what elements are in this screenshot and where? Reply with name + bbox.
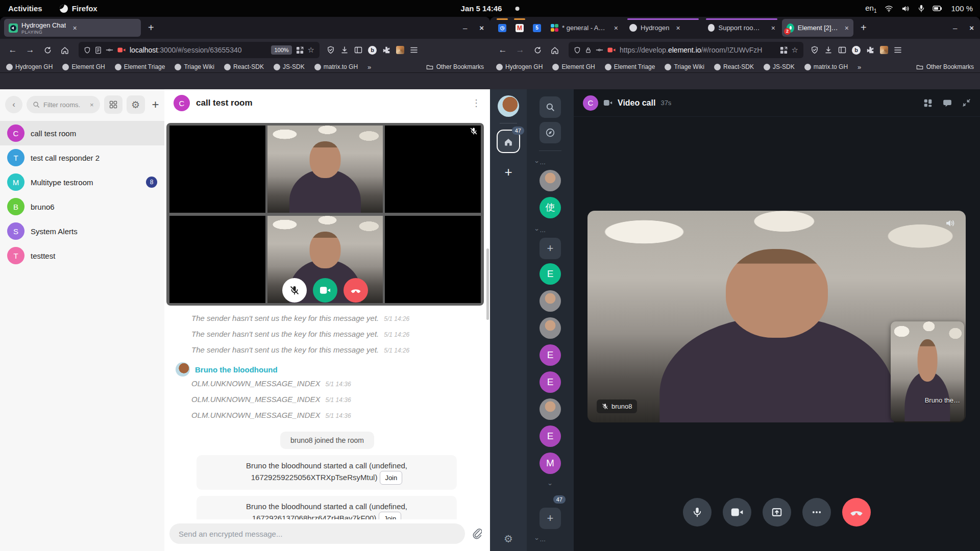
room-avatar-photo[interactable] <box>540 290 561 312</box>
bookmark-element-triage[interactable]: Element Triage <box>115 63 165 70</box>
tab-close-icon[interactable]: × <box>771 24 775 32</box>
account-icon[interactable]: b <box>368 46 377 55</box>
user-avatar[interactable] <box>498 95 519 117</box>
bookmark-triage-wiki[interactable]: Triage Wiki <box>665 63 704 70</box>
tab-element-call[interactable]: 2 Element [2] | call × <box>782 19 853 37</box>
chat-bubble-icon[interactable] <box>943 98 952 108</box>
forward-button[interactable]: → <box>511 42 529 58</box>
home-button[interactable] <box>56 42 74 58</box>
reload-button[interactable] <box>529 42 546 58</box>
sidebar-icon[interactable] <box>354 46 362 54</box>
room-avatar-e[interactable]: E <box>540 344 561 366</box>
search-button[interactable] <box>540 96 561 118</box>
bookmark-star-icon[interactable]: ☆ <box>792 45 798 55</box>
tab-support-room[interactable]: Support room ver × <box>703 19 780 37</box>
add-room-button[interactable]: + <box>149 97 162 112</box>
window-close-button[interactable]: × <box>969 23 974 32</box>
other-bookmarks-button[interactable]: Other Bookmarks <box>916 63 974 70</box>
sidebar-icon[interactable] <box>838 46 846 54</box>
screenshare-button[interactable] <box>763 498 791 527</box>
filter-rooms-field[interactable]: × <box>27 96 100 113</box>
bookmark-hydrogen-gh[interactable]: Hydrogen GH <box>496 63 543 70</box>
more-options-button[interactable] <box>802 498 831 527</box>
room-item-testtest[interactable]: T testtest <box>0 243 164 268</box>
filter-rooms-input[interactable] <box>43 101 86 109</box>
page-info-icon[interactable] <box>95 46 102 54</box>
reload-button[interactable] <box>39 42 56 58</box>
new-tab-button[interactable]: + <box>855 22 872 34</box>
mic-button[interactable] <box>683 498 712 527</box>
bookmarks-overflow-button[interactable]: » <box>368 63 371 71</box>
sender-name[interactable]: Bruno the bloodhound <box>195 365 278 374</box>
home-button[interactable] <box>546 42 564 58</box>
url-bar[interactable]: localhost:3000/#/session/63655340 100% ☆ <box>79 42 320 58</box>
window-close-button[interactable]: × <box>479 23 484 32</box>
camera-toggle-button[interactable] <box>313 278 337 303</box>
room-avatar-cjk[interactable]: 使 <box>540 197 561 218</box>
section-header-collapsed[interactable]: ›… <box>527 226 546 234</box>
pip-icon[interactable] <box>780 46 788 54</box>
tab-close-icon[interactable]: × <box>676 24 680 32</box>
room-avatar-photo[interactable] <box>540 398 561 420</box>
window-minimize-button[interactable]: – <box>463 23 467 32</box>
bookmark-element-gh[interactable]: Element GH <box>552 63 595 70</box>
sender-avatar[interactable] <box>176 362 190 377</box>
window-minimize-button[interactable]: – <box>953 23 957 32</box>
create-space-button[interactable]: + <box>504 164 512 180</box>
downloads-icon[interactable] <box>340 46 349 54</box>
attachment-paperclip-icon[interactable] <box>472 528 482 539</box>
tab-close-icon[interactable]: × <box>614 24 618 32</box>
tab-hydrogen-chat[interactable]: Hydrogen Chat PLAYING × <box>4 19 141 37</box>
unmute-mic-button[interactable] <box>282 278 307 303</box>
pip-icon[interactable] <box>296 46 304 54</box>
bookmark-react-sdk[interactable]: React-SDK <box>224 63 264 70</box>
pinned-tab-gmail[interactable]: M <box>511 19 528 37</box>
settings-gear-button[interactable]: ⚙ <box>127 95 145 114</box>
bookmark-js-sdk[interactable]: JS-SDK <box>764 63 795 70</box>
hangup-button[interactable] <box>344 278 368 303</box>
room-avatar-e[interactable]: E <box>540 371 561 393</box>
camera-in-use-icon[interactable] <box>607 47 616 53</box>
composer-input[interactable] <box>179 530 456 538</box>
other-bookmarks-button[interactable]: Other Bookmarks <box>426 63 484 70</box>
bookmark-star-icon[interactable]: ☆ <box>308 45 314 55</box>
downloads-icon[interactable] <box>824 46 832 54</box>
tab-hydrogen-gh[interactable]: Hydrogen × <box>625 19 701 37</box>
grid-view-button[interactable] <box>104 95 122 114</box>
bookmark-matrixto-gh[interactable]: matrix.to GH <box>314 63 358 70</box>
home-space-button[interactable]: 47 <box>497 130 520 153</box>
lock-icon[interactable] <box>585 46 592 54</box>
new-tab-button[interactable]: + <box>143 22 159 34</box>
menu-hamburger-icon[interactable] <box>894 46 902 54</box>
room-avatar-m[interactable]: M <box>540 453 561 474</box>
camera-button[interactable] <box>723 498 751 527</box>
section-header-collapsed[interactable]: ›… <box>527 158 546 166</box>
room-avatar-photo[interactable] <box>540 317 561 339</box>
bookmark-hydrogen-gh[interactable]: Hydrogen GH <box>6 63 53 70</box>
bookmarks-overflow-button[interactable]: » <box>857 63 861 71</box>
extensions-puzzle-icon[interactable] <box>866 46 874 54</box>
room-item-multitype-testroom[interactable]: M Multitype testroom 8 <box>0 170 164 194</box>
clear-filter-icon[interactable]: × <box>90 101 94 109</box>
chevron-down-icon[interactable]: › <box>547 483 554 485</box>
custom-extension-icon[interactable] <box>396 46 404 54</box>
pinned-tab-calendar[interactable]: ◷ <box>494 19 510 37</box>
pinned-tab-calendar-5[interactable]: 5 <box>529 19 545 37</box>
tab-close-icon[interactable]: × <box>72 24 77 32</box>
room-options-kebab-icon[interactable]: ⋮ <box>472 97 481 109</box>
bookmark-matrixto-gh[interactable]: matrix.to GH <box>804 63 848 70</box>
tab-close-icon[interactable]: × <box>845 24 849 32</box>
tab-audio-status[interactable]: PLAYING <box>21 30 66 35</box>
add-room-button[interactable]: + <box>540 508 561 529</box>
connection-icon[interactable] <box>106 47 113 53</box>
connection-icon[interactable] <box>596 47 603 53</box>
main-video-feed[interactable]: bruno8 Bruno the… <box>587 211 966 422</box>
volume-icon[interactable] <box>945 219 955 228</box>
bookmark-element-triage[interactable]: Element Triage <box>605 63 655 70</box>
system-indicators[interactable]: en1 100 % <box>865 4 980 14</box>
bookmark-js-sdk[interactable]: JS-SDK <box>274 63 305 70</box>
menu-hamburger-icon[interactable] <box>410 46 418 54</box>
zoom-level-badge[interactable]: 100% <box>271 45 291 55</box>
room-avatar-photo[interactable] <box>540 170 561 191</box>
room-item-system-alerts[interactable]: S System Alerts <box>0 219 164 243</box>
